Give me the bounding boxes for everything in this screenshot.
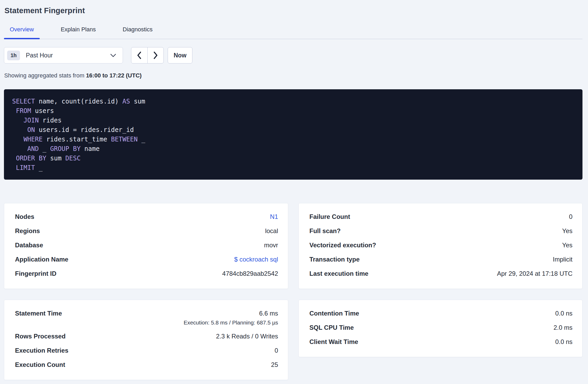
stat-value: 6.6 ms	[184, 310, 278, 317]
stat-value: movr	[264, 242, 278, 249]
stat-label: Transaction type	[310, 256, 360, 263]
stat-value-group: 0	[275, 347, 278, 354]
stat-row: SQL CPU Time2.0 ms	[310, 321, 573, 335]
stat-value-group: 25	[271, 361, 278, 368]
wait-time-card: Contention Time0.0 nsSQL CPU Time2.0 msC…	[298, 300, 583, 357]
stat-value-group: 0.0 ns	[555, 310, 572, 317]
statement-details-card: NodesN1RegionslocalDatabasemovrApplicati…	[4, 203, 288, 289]
stat-value: 4784cb829aab2542	[222, 270, 278, 277]
stat-row: Failure Count0	[310, 210, 573, 224]
stat-row: Rows Processed2.3 k Reads / 0 Writes	[15, 329, 278, 343]
tab-explain-plans[interactable]: Explain Plans	[55, 26, 102, 39]
stat-value-group: 6.6 msExecution: 5.8 ms / Planning: 687.…	[184, 310, 278, 326]
stat-value: 0.0 ns	[555, 310, 572, 317]
tab-overview[interactable]: Overview	[4, 26, 40, 39]
stat-value: 2.0 ms	[554, 324, 572, 331]
sql-statement-block: SELECT name, count(rides.id) AS sum FROM…	[4, 89, 582, 180]
time-toolbar: 1h Past Hour Now	[4, 47, 582, 63]
time-range-dropdown[interactable]: 1h Past Hour	[4, 47, 123, 63]
sql-code: SELECT name, count(rides.id) AS sum FROM…	[12, 98, 145, 171]
stat-value-group: Yes	[562, 242, 572, 249]
stat-row: Execution Retries0	[15, 343, 278, 358]
stat-row: Application Name$ cockroach sql	[15, 252, 278, 267]
stat-label: Client Wait Time	[310, 338, 358, 346]
stat-label: Failure Count	[310, 213, 350, 220]
stat-value-group: 2.0 ms	[554, 324, 572, 331]
stat-label: Rows Processed	[15, 333, 66, 340]
stat-row: Regionslocal	[15, 224, 278, 238]
stat-value-link[interactable]: N1	[270, 213, 278, 220]
stat-value: Apr 29, 2024 at 17:18 UTC	[497, 270, 572, 277]
stat-value-group: 4784cb829aab2542	[222, 270, 278, 277]
tab-bar: Overview Explain Plans Diagnostics	[4, 26, 582, 39]
stat-value: Implicit	[553, 256, 572, 263]
stat-label: Contention Time	[310, 310, 359, 317]
now-button[interactable]: Now	[168, 47, 192, 63]
stat-row: Full scan?Yes	[310, 224, 573, 238]
stat-value-group: movr	[264, 242, 278, 249]
time-pager	[131, 47, 164, 63]
time-range-badge: 1h	[7, 51, 20, 60]
execution-attributes-card: Failure Count0Full scan?YesVectorized ex…	[298, 203, 583, 289]
chevron-right-icon	[153, 51, 158, 60]
tab-diagnostics[interactable]: Diagnostics	[117, 26, 158, 39]
stat-value: 2.3 k Reads / 0 Writes	[216, 333, 278, 340]
stat-label: Full scan?	[310, 227, 341, 235]
stat-label: Statement Time	[15, 310, 62, 317]
stat-label: Nodes	[15, 213, 34, 220]
stat-row: Client Wait Time0.0 ns	[310, 335, 573, 349]
stat-value: 0.0 ns	[555, 338, 572, 346]
stat-value-group: Apr 29, 2024 at 17:18 UTC	[497, 270, 572, 277]
stat-row: Databasemovr	[15, 238, 278, 252]
stat-value: Yes	[562, 227, 572, 235]
stat-label: Vectorized execution?	[310, 242, 376, 249]
stat-value: 25	[271, 361, 278, 368]
stat-label: SQL CPU Time	[310, 324, 354, 331]
aggregated-stats-text: Showing aggregated stats from 16:00 to 1…	[4, 72, 582, 79]
chevron-left-icon	[136, 51, 142, 60]
stat-label: Execution Count	[15, 361, 65, 368]
stat-subvalue: Execution: 5.8 ms / Planning: 687.5 µs	[184, 319, 278, 326]
stat-value-group: 0.0 ns	[555, 338, 572, 346]
aggregated-stats-prefix: Showing aggregated stats from	[4, 72, 86, 79]
stat-value-group: 2.3 k Reads / 0 Writes	[216, 333, 278, 340]
stat-value: local	[265, 227, 278, 235]
next-interval-button[interactable]	[148, 47, 164, 63]
stat-row: Execution Count25	[15, 358, 278, 372]
stat-row: Fingerprint ID4784cb829aab2542	[15, 267, 278, 281]
aggregated-stats-range: 16:00 to 17:22 (UTC)	[86, 72, 142, 79]
stat-value-group: 0	[569, 213, 572, 220]
stat-row: Contention Time0.0 ns	[310, 306, 573, 321]
stat-label: Execution Retries	[15, 347, 68, 354]
statement-time-card: Statement Time6.6 msExecution: 5.8 ms / …	[4, 300, 288, 380]
stat-label: Last execution time	[310, 270, 368, 277]
stat-value-group: $ cockroach sql	[234, 256, 278, 263]
tab-explain-plans-label: Explain Plans	[61, 26, 96, 33]
stat-value-group: Yes	[562, 227, 572, 235]
stat-label: Fingerprint ID	[15, 270, 56, 277]
stat-value: 0	[275, 347, 278, 354]
stat-label: Application Name	[15, 256, 68, 263]
tab-diagnostics-label: Diagnostics	[123, 26, 153, 33]
page-title: Statement Fingerprint	[4, 6, 582, 15]
stat-value: 0	[569, 213, 572, 220]
summary-cards-row: NodesN1RegionslocalDatabasemovrApplicati…	[4, 203, 582, 289]
stat-row: Vectorized execution?Yes	[310, 238, 573, 252]
timing-cards-row: Statement Time6.6 msExecution: 5.8 ms / …	[4, 300, 582, 380]
stat-row: Last execution timeApr 29, 2024 at 17:18…	[310, 267, 573, 281]
stat-value-group: N1	[270, 213, 278, 220]
stat-value-link[interactable]: $ cockroach sql	[234, 256, 278, 263]
stat-value-group: local	[265, 227, 278, 235]
stat-label: Database	[15, 242, 43, 249]
tab-overview-label: Overview	[10, 26, 34, 33]
stat-label: Regions	[15, 227, 40, 235]
stat-value-group: Implicit	[553, 256, 572, 263]
chevron-down-icon	[110, 53, 116, 57]
stat-value: Yes	[562, 242, 572, 249]
time-range-label: Past Hour	[26, 52, 53, 59]
stat-row: NodesN1	[15, 210, 278, 224]
prev-interval-button[interactable]	[131, 47, 148, 63]
stat-row: Transaction typeImplicit	[310, 252, 573, 267]
stat-row: Statement Time6.6 msExecution: 5.8 ms / …	[15, 306, 278, 329]
statement-fingerprint-page: Statement Fingerprint Overview Explain P…	[0, 0, 588, 380]
